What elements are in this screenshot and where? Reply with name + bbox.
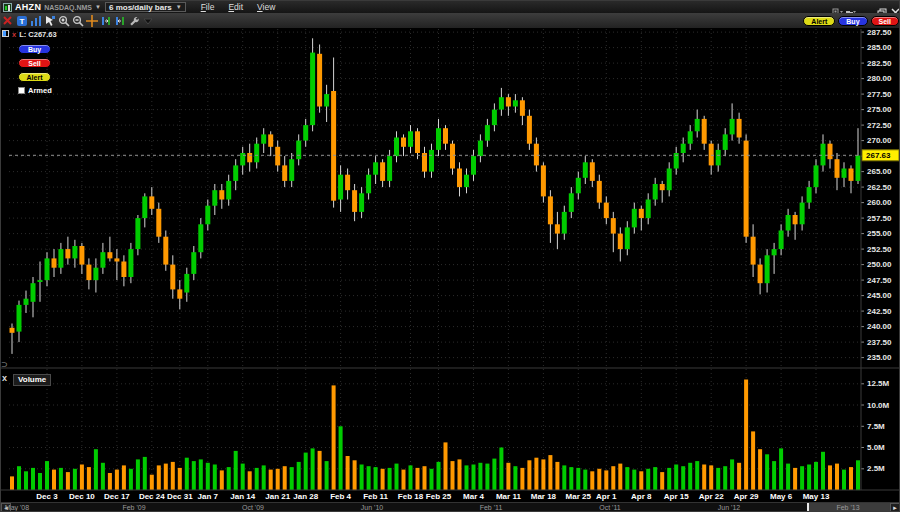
sell-button-top[interactable]: Sell xyxy=(871,16,899,26)
order-buttons: Buy Sell Alert Armed xyxy=(18,44,52,95)
svg-text:Apr 8: Apr 8 xyxy=(631,492,652,501)
scrollbar-range-label: May '08 xyxy=(5,504,29,511)
symbol-label: AHZN xyxy=(15,2,41,12)
svg-text:277.50: 277.50 xyxy=(867,90,892,99)
svg-text:282.50: 282.50 xyxy=(867,59,892,68)
svg-text:Jan 21: Jan 21 xyxy=(265,492,290,501)
svg-text:247.50: 247.50 xyxy=(867,276,892,285)
svg-text:Dec 10: Dec 10 xyxy=(69,492,95,501)
minimize-button[interactable] xyxy=(864,3,875,12)
svg-text:Feb 4: Feb 4 xyxy=(330,492,351,501)
close-button[interactable] xyxy=(890,3,900,12)
svg-text:Feb 11: Feb 11 xyxy=(363,492,388,501)
expand-bars-icon[interactable] xyxy=(99,14,113,28)
svg-text:Apr 22: Apr 22 xyxy=(699,492,724,501)
svg-text:Dec 17: Dec 17 xyxy=(104,492,130,501)
svg-text:7.5M: 7.5M xyxy=(867,422,885,431)
svg-text:Dec 3: Dec 3 xyxy=(36,492,58,501)
svg-text:Jan 28: Jan 28 xyxy=(293,492,318,501)
svg-text:245.00: 245.00 xyxy=(867,291,892,300)
alert-button[interactable]: Alert xyxy=(18,72,51,82)
armed-checkbox[interactable] xyxy=(18,87,25,94)
svg-text:242.50: 242.50 xyxy=(867,307,892,316)
sell-button[interactable]: Sell xyxy=(18,58,51,68)
armed-label: Armed xyxy=(28,86,52,95)
svg-text:Feb 18: Feb 18 xyxy=(398,492,424,501)
svg-text:275.00: 275.00 xyxy=(867,105,892,114)
svg-text:May 13: May 13 xyxy=(803,492,830,501)
svg-text:10.0M: 10.0M xyxy=(867,401,890,410)
alert-button-top[interactable]: Alert xyxy=(803,16,835,26)
scrollbar-range-label: Oct '11 xyxy=(599,504,620,511)
buy-button[interactable]: Buy xyxy=(18,44,51,54)
menu-view[interactable]: View xyxy=(257,2,275,12)
app-icon xyxy=(3,3,12,12)
svg-text:Feb 25: Feb 25 xyxy=(426,492,452,501)
remove-study-icon[interactable] xyxy=(1,14,15,28)
exchange-label: NASDAQ.NMS xyxy=(44,4,92,11)
svg-text:12.5M: 12.5M xyxy=(867,379,890,388)
svg-text:May 6: May 6 xyxy=(770,492,793,501)
symbol-dropdown-icon[interactable]: ▼ xyxy=(95,4,101,10)
chart-window: 267.63235.00237.50240.00242.50245.00247.… xyxy=(0,0,900,512)
price-axis-labels: 235.00237.50240.00242.50245.00247.50250.… xyxy=(867,28,892,474)
volume-close-icon[interactable]: x xyxy=(2,373,7,383)
svg-text:252.50: 252.50 xyxy=(867,245,892,254)
svg-text:Mar 25: Mar 25 xyxy=(566,492,592,501)
svg-text:5.0M: 5.0M xyxy=(867,443,885,452)
remove-last-label-icon[interactable]: x xyxy=(12,30,16,39)
menu-edit[interactable]: Edit xyxy=(228,2,243,12)
svg-text:240.00: 240.00 xyxy=(867,322,892,331)
svg-text:267.63: 267.63 xyxy=(866,151,891,160)
svg-text:260.00: 260.00 xyxy=(867,198,892,207)
scrollbar-range-label: Feb '13 xyxy=(836,504,859,511)
scroll-right-icon[interactable]: ► xyxy=(890,503,900,512)
chart-toolbar: T Alert Buy Sell xyxy=(1,13,900,29)
compress-bars-icon[interactable] xyxy=(113,14,127,28)
svg-text:272.50: 272.50 xyxy=(867,121,892,130)
more-tools-dropdown-icon[interactable] xyxy=(141,14,155,28)
chart-type-icon[interactable] xyxy=(29,14,43,28)
zoom-in-icon[interactable] xyxy=(57,14,71,28)
svg-text:Jan 7: Jan 7 xyxy=(198,492,219,501)
svg-text:T: T xyxy=(20,17,25,26)
scrollbar-range-label: Jun '12 xyxy=(718,504,740,511)
svg-text:285.00: 285.00 xyxy=(867,43,892,52)
cursor-tool-icon[interactable] xyxy=(43,14,57,28)
menu-file[interactable]: File xyxy=(201,2,215,12)
date-axis-labels: Dec 3Dec 10Dec 17Dec 24Dec 31Jan 7Jan 14… xyxy=(36,492,830,501)
layout-settings-icon[interactable] xyxy=(832,3,843,12)
svg-text:235.00: 235.00 xyxy=(867,353,892,362)
timeframe-dropdown-icon: ▼ xyxy=(176,4,182,10)
svg-text:237.50: 237.50 xyxy=(867,338,892,347)
volume-pane-title: Volume xyxy=(13,374,51,386)
settings-wrench-icon[interactable] xyxy=(127,14,141,28)
scrollbar-range-label: Oct '09 xyxy=(242,504,264,511)
svg-text:Mar 11: Mar 11 xyxy=(496,492,521,501)
scrollbar-range-label: Jun '10 xyxy=(361,504,383,511)
buy-button-top[interactable]: Buy xyxy=(838,16,867,26)
svg-text:Dec 24: Dec 24 xyxy=(139,492,165,501)
crosshair-icon[interactable] xyxy=(85,14,99,28)
svg-text:Apr 1: Apr 1 xyxy=(596,492,617,501)
svg-text:262.50: 262.50 xyxy=(867,183,892,192)
svg-text:265.00: 265.00 xyxy=(867,167,892,176)
scrollbar-range-label: Feb '11 xyxy=(480,504,503,511)
time-scrollbar[interactable]: ◄ ► May '08Feb '09Oct '09Jun '10Feb '11O… xyxy=(1,502,900,512)
timeframe-selector[interactable]: 6 mos/daily bars ▼ xyxy=(105,2,186,12)
svg-text:255.00: 255.00 xyxy=(867,229,892,238)
zoom-out-icon[interactable] xyxy=(71,14,85,28)
svg-text:250.00: 250.00 xyxy=(867,260,892,269)
price-volume-chart: 267.63235.00237.50240.00242.50245.00247.… xyxy=(1,1,900,512)
svg-text:Mar 4: Mar 4 xyxy=(463,492,484,501)
text-annotation-icon[interactable]: T xyxy=(15,14,29,28)
svg-text:Apr 15: Apr 15 xyxy=(664,492,689,501)
panel-toggle-icon[interactable] xyxy=(2,30,9,37)
restore-button[interactable] xyxy=(877,3,888,12)
pin-window-icon[interactable] xyxy=(845,3,856,12)
pane-collapse-handle-icon[interactable]: ⊃ xyxy=(1,360,8,369)
svg-text:Apr 29: Apr 29 xyxy=(734,492,759,501)
svg-text:Mar 18: Mar 18 xyxy=(531,492,557,501)
scrollbar-range-label: Feb '09 xyxy=(122,504,145,511)
svg-text:257.50: 257.50 xyxy=(867,214,892,223)
